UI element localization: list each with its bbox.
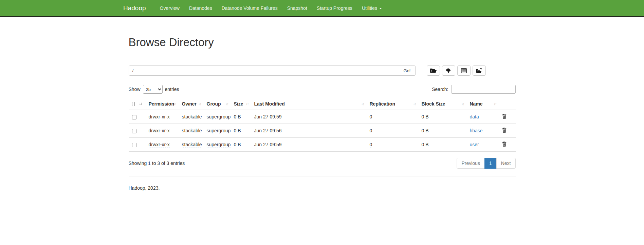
block-size-cell: 0 B	[420, 138, 468, 152]
header-last-modified[interactable]: Last Modified↓↑	[253, 98, 368, 110]
table-row: drwxr-xr-x stackable supergroup 0 B Jun …	[129, 110, 516, 124]
size-cell: 0 B	[232, 124, 253, 138]
upload-icon	[445, 68, 452, 73]
directory-path-input[interactable]	[129, 65, 399, 76]
header-block-size[interactable]: Block Size↓↑	[420, 98, 468, 110]
delete-button[interactable]	[502, 128, 507, 134]
group-cell[interactable]: supergroup	[207, 114, 231, 120]
pagination-next[interactable]: Next	[496, 158, 516, 169]
last-modified-cell: Jun 27 09:59	[253, 110, 368, 124]
select-all-checkbox[interactable]	[132, 102, 135, 106]
replication-cell[interactable]: 0	[370, 128, 372, 134]
trash-icon	[502, 128, 507, 133]
footer-text: Hadoop, 2023.	[129, 185, 516, 191]
delete-button[interactable]	[502, 142, 507, 148]
permission-cell[interactable]: drwxr-xr-x	[149, 142, 170, 148]
nav-item-label: Utilities	[362, 5, 377, 11]
footer-divider	[129, 176, 516, 176]
table-controls: Show 25 entries Search:	[129, 85, 516, 94]
search-label: Search:	[432, 87, 448, 92]
list-alt-icon	[461, 68, 467, 73]
header-size[interactable]: Size↓↑	[232, 98, 253, 110]
file-name-link[interactable]: user	[470, 142, 479, 147]
sort-icon: ↓↑	[494, 101, 496, 106]
header-group[interactable]: Group↓↑	[205, 98, 232, 110]
group-cell[interactable]: supergroup	[207, 128, 231, 134]
file-name-link[interactable]: hbase	[470, 128, 483, 133]
search-input[interactable]	[451, 85, 516, 94]
top-navbar: Hadoop Overview Datanodes Datanode Volum…	[0, 0, 644, 17]
replication-cell[interactable]: 0	[370, 142, 372, 148]
nav-item-label: Startup Progress	[317, 5, 352, 11]
entries-label: entries	[165, 87, 179, 92]
replication-cell[interactable]: 0	[370, 114, 372, 120]
trash-icon	[502, 114, 507, 119]
show-label: Show	[129, 87, 141, 92]
row-checkbox[interactable]	[132, 129, 136, 133]
nav-item-overview[interactable]: Overview	[155, 5, 184, 11]
table-info-text: Showing 1 to 3 of 3 entries	[129, 161, 185, 166]
header-actions	[500, 98, 516, 110]
file-name-link[interactable]: data	[470, 114, 479, 119]
sort-icon: ↓↑	[413, 101, 416, 106]
brand-hadoop[interactable]: Hadoop	[118, 4, 151, 12]
nav-item-utilities-dropdown[interactable]: Utilities	[357, 5, 387, 11]
table-row: drwxr-xr-x stackable supergroup 0 B Jun …	[129, 138, 516, 152]
sort-icon: ↓↑	[198, 101, 201, 106]
folder-open-icon	[430, 68, 437, 73]
entries-per-page-select[interactable]: 25	[143, 85, 163, 94]
page-length-control: Show 25 entries	[129, 85, 179, 94]
directory-listing-table: Permission↓↑ Owner↓↑ Group↓↑ Size↓↑ Last…	[129, 98, 516, 152]
header-name[interactable]: Name↓↑	[468, 98, 500, 110]
nav-item-datanode-volume-failures[interactable]: Datanode Volume Failures	[217, 5, 282, 11]
folder-move-icon	[476, 68, 482, 73]
table-header-row: Permission↓↑ Owner↓↑ Group↓↑ Size↓↑ Last…	[129, 98, 516, 110]
header-select-all[interactable]	[129, 98, 147, 110]
owner-cell[interactable]: stackable	[182, 142, 202, 148]
path-bar: Go!	[129, 65, 516, 76]
nav-item-datanodes[interactable]: Datanodes	[184, 5, 217, 11]
cut-paste-button[interactable]	[457, 65, 471, 76]
nav-item-startup-progress[interactable]: Startup Progress	[312, 5, 357, 11]
header-owner[interactable]: Owner↓↑	[180, 98, 205, 110]
last-modified-cell: Jun 27 09:56	[253, 124, 368, 138]
sort-icon: ↓↑	[225, 101, 228, 106]
pagination-previous[interactable]: Previous	[457, 158, 484, 169]
table-footer-controls: Showing 1 to 3 of 3 entries Previous 1 N…	[129, 158, 516, 169]
create-directory-button[interactable]	[427, 65, 440, 76]
sort-icon: ↓↑	[246, 101, 249, 106]
owner-cell[interactable]: stackable	[182, 128, 202, 134]
nav-item-label: Snapshot	[287, 5, 307, 11]
go-button[interactable]: Go!	[399, 65, 416, 76]
path-input-group: Go!	[129, 65, 416, 76]
block-size-cell: 0 B	[420, 110, 468, 124]
nav-item-label: Datanodes	[189, 5, 212, 11]
owner-cell[interactable]: stackable	[182, 114, 202, 120]
sort-icon: ↓↑	[361, 101, 364, 106]
heading-divider	[129, 58, 516, 58]
block-size-cell: 0 B	[420, 124, 468, 138]
pagination: Previous 1 Next	[457, 158, 515, 169]
sort-icon: ↓↑	[173, 101, 176, 106]
page-title: Browse Directory	[129, 36, 516, 49]
move-to-folder-button[interactable]	[473, 65, 486, 76]
group-cell[interactable]: supergroup	[207, 142, 231, 148]
last-modified-cell: Jun 27 09:59	[253, 138, 368, 152]
sort-icon: ↓↑	[461, 101, 464, 106]
header-replication[interactable]: Replication↓↑	[368, 98, 420, 110]
delete-button[interactable]	[502, 114, 507, 120]
nav-item-label: Datanode Volume Failures	[222, 5, 278, 11]
size-cell: 0 B	[232, 110, 253, 124]
trash-icon	[502, 142, 507, 147]
row-checkbox[interactable]	[132, 143, 136, 147]
header-permission[interactable]: Permission↓↑	[147, 98, 180, 110]
nav-item-label: Overview	[160, 5, 180, 11]
directory-action-buttons	[427, 65, 486, 76]
permission-cell[interactable]: drwxr-xr-x	[149, 128, 170, 134]
nav-item-snapshot[interactable]: Snapshot	[282, 5, 312, 11]
sort-ascending-icon	[139, 101, 142, 106]
pagination-page-1[interactable]: 1	[484, 158, 497, 169]
row-checkbox[interactable]	[132, 115, 136, 119]
permission-cell[interactable]: drwxr-xr-x	[149, 114, 170, 120]
upload-files-button[interactable]	[442, 65, 455, 76]
